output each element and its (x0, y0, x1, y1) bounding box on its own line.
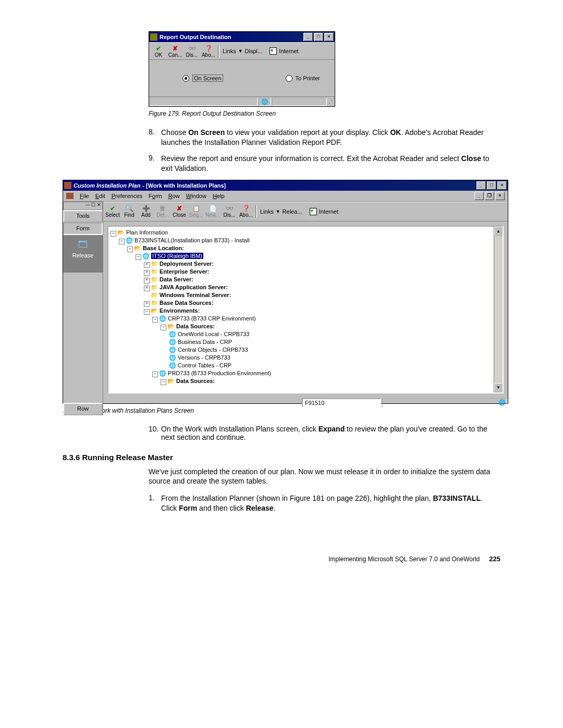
menu-edit[interactable]: Edit (95, 193, 105, 199)
scroll-up-button[interactable]: ▲ (494, 227, 503, 236)
glasses-icon: 👓 (183, 45, 200, 52)
statusbar: F91510 🌐 (103, 398, 508, 408)
close-button[interactable]: × (324, 33, 334, 41)
maximize-button[interactable]: □ (487, 181, 496, 190)
side-header: — ☐ ✕ (63, 202, 103, 210)
to-printer-radio[interactable]: To Printer (286, 75, 320, 82)
ok-button[interactable]: ✔OK (150, 45, 167, 58)
links-label: Links (223, 48, 236, 54)
step-release-1: 1. From the Installation Planner (shown … (149, 493, 500, 513)
display-button[interactable]: 👓Dis... (183, 45, 200, 58)
resize-grip[interactable]: ⋰ (327, 97, 335, 106)
internet-link[interactable]: Internet (319, 208, 338, 215)
displ-link[interactable]: Displ... (245, 48, 263, 54)
about-button[interactable]: ❓Abo... (200, 45, 217, 58)
titlebar: Custom Installation Plan - [Work with In… (63, 180, 508, 191)
mdi-close-button[interactable]: × (495, 192, 505, 200)
help-icon: ❓ (238, 205, 254, 212)
seq-icon: 📋 (188, 205, 204, 212)
dropdown-icon[interactable]: ▼ (238, 48, 243, 54)
internet-icon (310, 208, 317, 215)
titlebar: Report Output Destination _ □ × (149, 32, 335, 42)
close-button[interactable]: × (497, 181, 507, 190)
radio-selected-icon (182, 75, 189, 82)
menu-form[interactable]: Form (149, 193, 162, 199)
add-button[interactable]: ➕Add (138, 205, 154, 218)
delete-button[interactable]: 🗑Del... (154, 205, 171, 218)
links-label: Links (260, 208, 274, 215)
report-output-destination-window: Report Output Destination _ □ × ✔OK ✘Can… (149, 31, 335, 107)
x-icon: ✘ (167, 45, 183, 52)
window-title: Report Output Destination (160, 34, 231, 40)
plus-icon: ➕ (138, 205, 154, 212)
page-number: 225 (489, 555, 500, 563)
menu-row[interactable]: Row (168, 193, 180, 199)
step-10: 10. On the Work with Installation Plans … (149, 425, 500, 441)
internet-icon (270, 47, 277, 55)
mdi-icon (66, 193, 74, 199)
row-tab[interactable]: Row (63, 403, 103, 415)
mdi-restore-button[interactable]: ❐ (485, 192, 494, 200)
step-8: 8. Choose On Screen to view your validat… (149, 128, 500, 147)
internet-link[interactable]: Internet (279, 48, 298, 54)
close-button[interactable]: ✘Close (171, 205, 188, 218)
dropdown-icon[interactable]: ▼ (276, 209, 280, 214)
work-with-installation-plans-window: Custom Installation Plan - [Work with In… (63, 180, 508, 404)
cancel-button[interactable]: ✘Can... (167, 45, 183, 58)
figure-179-caption: Figure 179. Report Output Destination Sc… (149, 110, 500, 117)
side-panel: — ☐ ✕ Tools Form 🗔 Release Row (63, 202, 103, 415)
check-icon: ✔ (104, 205, 121, 212)
x-icon: ✘ (171, 205, 188, 212)
seq-button[interactable]: 📋Seq... (188, 205, 204, 218)
menu-file[interactable]: FFileile (80, 193, 89, 199)
toolbar: ✔Select 🔍Find ➕Add 🗑Del... ✘Close 📋Seq..… (103, 202, 508, 221)
section-heading: 8.3.6 Running Release Master (63, 453, 500, 462)
selected-tree-node[interactable]: ITSO (Raleigh IBM) (151, 253, 203, 259)
tree-view[interactable]: ▲ ▼ −📂 Plan Information −🌐 B733INSTALL(I… (107, 226, 504, 393)
menu-window[interactable]: Window (186, 193, 206, 199)
relea-link[interactable]: Relea... (283, 208, 302, 215)
toolbar: ✔OK ✘Can... 👓Dis... ❓Abo... Links ▼ Disp… (149, 42, 335, 60)
app-icon (64, 182, 71, 189)
statusbar: 🌐 ⋰ (149, 96, 335, 106)
on-screen-radio[interactable]: On Screen (182, 75, 223, 82)
intro-paragraph: We've just completed the creation of our… (149, 467, 500, 487)
scrollbar[interactable]: ▲ ▼ (494, 227, 503, 392)
status-field: F91510 (302, 398, 381, 408)
page-footer: Implementing Microsoft SQL Server 7.0 an… (63, 555, 500, 563)
menubar: FFileile Edit Preferences Form Row Windo… (63, 191, 508, 202)
find-icon: 🔍 (121, 205, 138, 212)
step-9: 9. Review the report and ensure your inf… (149, 154, 500, 174)
display-button[interactable]: 👓Dis... (221, 205, 238, 218)
new-icon: 📄 (204, 205, 221, 212)
check-icon: ✔ (150, 45, 167, 52)
mdi-minimize-button[interactable]: _ (474, 192, 484, 200)
radio-unselected-icon (286, 75, 292, 82)
find-button[interactable]: 🔍Find (121, 205, 138, 218)
tools-tab[interactable]: Tools (63, 210, 103, 223)
release-icon: 🗔 (63, 239, 103, 250)
maximize-button[interactable]: □ (314, 33, 323, 41)
glasses-icon: 👓 (221, 205, 238, 212)
release-panel[interactable]: 🗔 Release (63, 235, 103, 273)
minimize-button[interactable]: _ (476, 181, 486, 190)
menu-help[interactable]: Help (213, 193, 225, 199)
help-icon: ❓ (200, 45, 217, 52)
scroll-down-button[interactable]: ▼ (494, 383, 503, 392)
world-icon: 🌐 (498, 399, 506, 406)
minimize-button[interactable]: _ (303, 33, 313, 41)
about-button[interactable]: ❓Abo... (238, 205, 254, 218)
new-button[interactable]: 📄New... (204, 205, 221, 218)
form-tab[interactable]: Form (63, 223, 103, 235)
menu-preferences[interactable]: Preferences (112, 193, 142, 199)
select-button[interactable]: ✔Select (104, 205, 121, 218)
trash-icon: 🗑 (154, 205, 171, 212)
world-icon: 🌐 (259, 97, 271, 106)
app-icon (150, 33, 157, 41)
